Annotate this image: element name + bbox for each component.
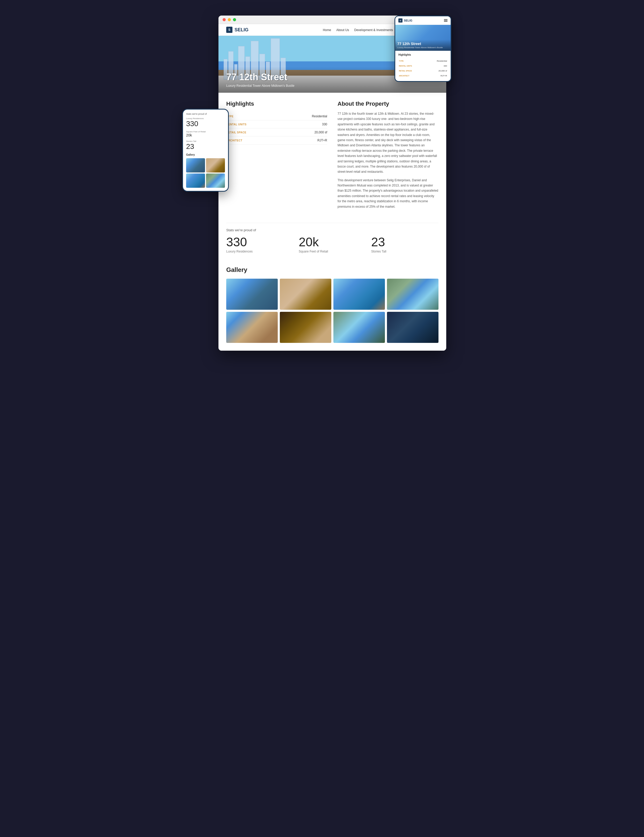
stat-number-retail: 20k — [299, 236, 366, 248]
mobile-content: Stats we're proud of Luxury Residences 3… — [183, 110, 228, 191]
tablet-nav: S SELIG — [395, 16, 451, 25]
nav-development[interactable]: Development & Investments — [354, 28, 393, 32]
highlights-heading: Highlights — [226, 100, 327, 107]
stat-number-residences: 330 — [226, 236, 293, 248]
about-para-2: This development venture between Selig E… — [338, 178, 439, 209]
gallery-item-2[interactable] — [280, 279, 331, 310]
highlight-label-type: TYPE — [226, 112, 277, 120]
tablet-value-architect: RJT+R — [426, 74, 447, 78]
gallery-item-8[interactable] — [387, 312, 439, 343]
mobile-mockup: Stats we're proud of Luxury Residences 3… — [182, 109, 229, 192]
stat-item-stories: 23 Stories Tall — [371, 236, 439, 253]
tablet-label-retail: RETAIL SPACE — [399, 69, 426, 73]
tablet-value-units: 330 — [426, 64, 447, 68]
mobile-stat-desc-2: Square Feet of Retail — [186, 131, 225, 133]
mobile-gallery-2[interactable] — [206, 158, 225, 172]
tablet-label-units: RENTAL UNITS — [399, 64, 426, 68]
stat-desc-residences: Luxury Residences — [226, 249, 293, 253]
tablet-row: ARCHITECT RJT+R — [399, 74, 447, 78]
browser-minimize[interactable] — [228, 18, 231, 21]
highlight-value-architect: RJT+R — [277, 136, 327, 144]
tablet-value-retail: 20,000 sf — [426, 69, 447, 73]
main-content: Highlights TYPE Residential RENTAL UNITS… — [218, 93, 446, 351]
mobile-stat-stories: Stories Tall 23 — [186, 140, 225, 150]
browser-close[interactable] — [223, 18, 226, 21]
stat-desc-retail: Square Feet of Retail — [299, 249, 366, 253]
tablet-label-type: TYPE — [399, 59, 426, 63]
stat-number-stories: 23 — [371, 236, 439, 248]
mobile-stat-retail: Square Feet of Retail 20k — [186, 131, 225, 137]
nav-about[interactable]: About Us — [336, 28, 349, 32]
hamburger-line-2 — [444, 20, 447, 21]
about-section: About the Property 77 12th is the fourth… — [338, 100, 439, 212]
stat-desc-stories: Stories Tall — [371, 249, 439, 253]
tablet-hero: 77 12th Street Luxury Residential Tower … — [395, 25, 451, 51]
gallery-item-1[interactable] — [226, 279, 278, 310]
mobile-stat-number-3: 23 — [186, 143, 225, 150]
tablet-row: TYPE Residential — [399, 59, 447, 63]
hero-subtitle: Luxury Residential Tower Above Midtown's… — [226, 84, 439, 87]
mobile-stat-desc-1: Luxury Residences — [186, 117, 225, 120]
mobile-gallery-4[interactable] — [206, 174, 225, 188]
tablet-hamburger[interactable] — [444, 19, 447, 22]
table-row: RENTAL UNITS 330 — [226, 120, 327, 128]
tablet-logo-icon: S — [398, 18, 403, 23]
stat-item-retail: 20k Square Feet of Retail — [299, 236, 366, 253]
about-heading: About the Property — [338, 100, 439, 107]
gallery-item-5[interactable] — [226, 312, 278, 343]
gallery-heading: Gallery — [226, 266, 439, 274]
hamburger-line-1 — [444, 19, 447, 20]
stats-section: Stats we're proud of 330 Luxury Residenc… — [226, 223, 439, 258]
mobile-stat-number-1: 330 — [186, 120, 225, 127]
mobile-gallery-grid — [186, 158, 225, 188]
mobile-stats-label: Stats we're proud of — [186, 113, 225, 115]
nav-home[interactable]: Home — [323, 28, 331, 32]
highlight-value-units: 330 — [277, 120, 327, 128]
highlights-section: Highlights TYPE Residential RENTAL UNITS… — [226, 100, 327, 212]
browser-maximize[interactable] — [233, 18, 236, 21]
tablet-row: RENTAL UNITS 330 — [399, 64, 447, 68]
scene: S SELIG Home About Us Development & Inve… — [198, 10, 446, 351]
logo-icon: S — [226, 27, 233, 33]
tablet-logo: S SELIG — [398, 18, 412, 23]
stats-grid: 330 Luxury Residences 20k Square Feet of… — [226, 236, 439, 253]
table-row: RETAIL SPACE 20,000 sf — [226, 128, 327, 136]
mobile-stat-desc-3: Stories Tall — [186, 140, 225, 143]
gallery-grid — [226, 279, 439, 343]
mobile-gallery-3[interactable] — [186, 174, 205, 188]
gallery-item-4[interactable] — [387, 279, 439, 310]
table-row: TYPE Residential — [226, 112, 327, 120]
stats-label: Stats we're proud of — [226, 228, 439, 232]
highlight-value-type: Residential — [277, 112, 327, 120]
tablet-hero-overlay: 77 12th Street Luxury Residential Tower … — [395, 39, 451, 51]
mobile-gallery-label: Gallery — [186, 153, 225, 156]
gallery-item-3[interactable] — [333, 279, 385, 310]
tablet-value-type: Residential — [426, 59, 447, 63]
logo-text: SELIG — [234, 27, 249, 33]
tablet-logo-text: SELIG — [404, 19, 412, 22]
tablet-mockup: S SELIG 77 12th Street Luxury Residentia… — [395, 16, 451, 82]
tablet-label-architect: ARCHITECT — [399, 74, 426, 78]
stat-item-residences: 330 Luxury Residences — [226, 236, 293, 253]
tablet-hero-title: 77 12th Street — [397, 42, 449, 46]
content-grid: Highlights TYPE Residential RENTAL UNITS… — [226, 100, 439, 212]
tablet-highlights: Highlights TYPE Residential RENTAL UNITS… — [395, 51, 451, 81]
highlight-value-retail: 20,000 sf — [277, 128, 327, 136]
tablet-table: TYPE Residential RENTAL UNITS 330 RETAIL… — [398, 58, 447, 79]
tablet-row: RETAIL SPACE 20,000 sf — [399, 69, 447, 73]
highlight-label-units: RENTAL UNITS — [226, 120, 277, 128]
highlight-label-architect: ARCHITECT — [226, 136, 277, 144]
hamburger-line-3 — [444, 21, 447, 22]
gallery-item-7[interactable] — [333, 312, 385, 343]
gallery-item-6[interactable] — [280, 312, 331, 343]
about-para-1: 77 12th is the fourth tower at 12th & Mi… — [338, 111, 439, 174]
site-logo: S SELIG — [226, 27, 249, 33]
mobile-stat-number-2: 20k — [186, 133, 225, 137]
mobile-stat-residences: Luxury Residences 330 — [186, 117, 225, 127]
highlight-label-retail: RETAIL SPACE — [226, 128, 277, 136]
table-row: ARCHITECT RJT+R — [226, 136, 327, 144]
tablet-highlights-heading: Highlights — [398, 53, 447, 56]
gallery-section: Gallery — [226, 266, 439, 343]
tablet-hero-sub: Luxury Residential Tower Above Midtown's… — [397, 46, 449, 49]
mobile-gallery-1[interactable] — [186, 158, 205, 172]
